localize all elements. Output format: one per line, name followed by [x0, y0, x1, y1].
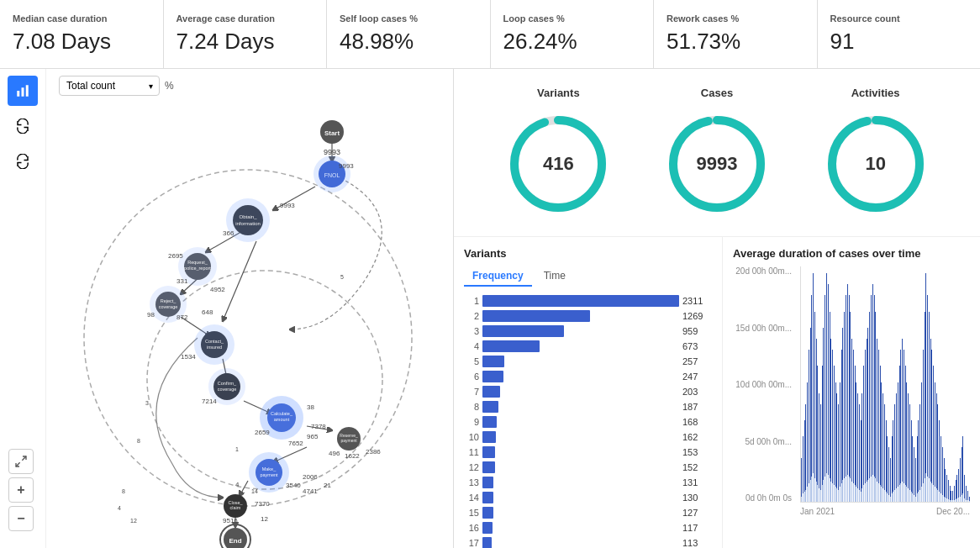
variant-num-10: 10 — [464, 432, 479, 442]
bar-dark — [946, 475, 947, 498]
svg-text:9516: 9516 — [223, 517, 238, 524]
bar-dark — [844, 312, 845, 478]
zoom-in-button[interactable]: + — [8, 477, 34, 503]
bar-col — [888, 266, 889, 502]
toolbar-btn-refresh2[interactable] — [8, 146, 38, 177]
metric-card-avg-duration: Average case duration 7.24 Days — [164, 0, 328, 68]
bar-dark — [849, 295, 850, 476]
bar-dark — [962, 447, 962, 495]
bar-col — [840, 266, 840, 502]
bar-dark — [921, 382, 922, 487]
metric-card-loop-cases: Loop cases % 26.24% — [491, 0, 655, 68]
bar-light — [874, 477, 875, 502]
bar-col — [825, 266, 825, 502]
bar-col — [805, 266, 806, 502]
bar-light — [905, 485, 906, 502]
bar-light — [931, 483, 932, 502]
bar-dark — [954, 486, 955, 500]
bar-col — [842, 266, 843, 502]
bar-dark — [846, 295, 846, 476]
tab-frequency[interactable]: Frequency — [464, 266, 532, 287]
bar-light — [881, 487, 882, 502]
bar-light — [817, 485, 818, 502]
bar-col — [925, 266, 926, 502]
variant-bar-17 — [482, 537, 492, 548]
bar-dark — [929, 312, 930, 478]
svg-text:8: 8 — [122, 488, 125, 494]
bar-light — [878, 483, 879, 502]
bar-col — [896, 266, 897, 502]
svg-text:claim: claim — [230, 505, 241, 510]
variant-count-4: 673 — [682, 341, 712, 351]
bar-col — [804, 266, 805, 502]
svg-text:Reject_: Reject_ — [161, 298, 177, 303]
variant-bar-8 — [482, 401, 498, 413]
bar-light — [869, 478, 870, 502]
tab-time[interactable]: Time — [535, 266, 574, 287]
bar-dark — [887, 436, 888, 493]
svg-text:Make_: Make_ — [262, 466, 277, 472]
svg-text:1622: 1622 — [345, 452, 360, 460]
svg-text:9993: 9993 — [324, 148, 340, 156]
bar-col — [830, 266, 831, 502]
svg-rect-0 — [17, 91, 19, 97]
variants-label: Variants — [537, 87, 580, 99]
bar-dark — [956, 475, 957, 498]
bar-col — [890, 266, 891, 502]
variant-bar-wrap-11 — [482, 446, 679, 458]
bar-dark — [956, 480, 956, 499]
variant-row-6: 6 247 — [464, 371, 712, 382]
bar-dark — [813, 273, 814, 473]
zoom-out-button[interactable]: − — [8, 506, 34, 531]
bar-dark — [923, 350, 924, 483]
toolbar-btn-chart[interactable] — [8, 76, 38, 106]
right-panel: Variants 416 Cases 9993 — [454, 69, 980, 548]
bar-light — [856, 487, 856, 502]
svg-text:21: 21 — [324, 482, 331, 489]
bar-dark — [951, 491, 951, 500]
svg-text:amount: amount — [274, 417, 290, 422]
bar-dark — [805, 404, 806, 490]
bar-col — [856, 266, 856, 502]
bar-light — [909, 490, 910, 502]
variant-bar-1 — [482, 295, 679, 307]
x-axis-label: Jan 2021 — [800, 507, 835, 524]
svg-text:End: End — [229, 537, 241, 545]
bar-dark — [902, 339, 903, 482]
bar-dark — [863, 366, 864, 485]
bar-light — [801, 497, 802, 502]
bar-col — [956, 266, 956, 502]
bar-col — [930, 266, 931, 502]
bar-dark — [867, 328, 868, 480]
bar-col — [906, 266, 907, 502]
bar-col — [847, 266, 848, 502]
bar-col — [853, 266, 854, 502]
bar-col — [917, 266, 918, 502]
bar-light — [896, 488, 897, 502]
metrics-bar: Median case duration 7.08 Days Average c… — [0, 0, 980, 69]
bar-light — [814, 478, 815, 502]
bar-col — [816, 266, 817, 502]
bar-col — [810, 266, 811, 502]
variant-row-14: 14 130 — [464, 492, 712, 503]
bar-dark — [937, 404, 938, 490]
bar-col — [908, 266, 909, 502]
bar-dark — [875, 312, 876, 478]
fit-button[interactable] — [8, 449, 34, 474]
variant-bar-7 — [482, 386, 500, 398]
bar-col — [877, 266, 877, 502]
y-axis: 20d 00h 00m...15d 00h 00m...10d 00h 00m.… — [733, 266, 796, 503]
svg-text:insured: insured — [207, 345, 222, 350]
metric-dropdown[interactable]: Total count Duration — [59, 76, 160, 96]
variant-num-14: 14 — [464, 493, 479, 503]
bar-dark — [966, 486, 967, 500]
bar-light — [967, 500, 968, 502]
svg-text:4: 4 — [118, 505, 121, 511]
bar-light — [840, 487, 840, 502]
variant-num-1: 1 — [464, 296, 479, 306]
toolbar-btn-refresh1[interactable] — [8, 111, 38, 141]
bar-light — [930, 482, 931, 502]
bar-light — [834, 485, 835, 502]
bar-col — [931, 266, 932, 502]
bar-dark — [896, 393, 897, 488]
